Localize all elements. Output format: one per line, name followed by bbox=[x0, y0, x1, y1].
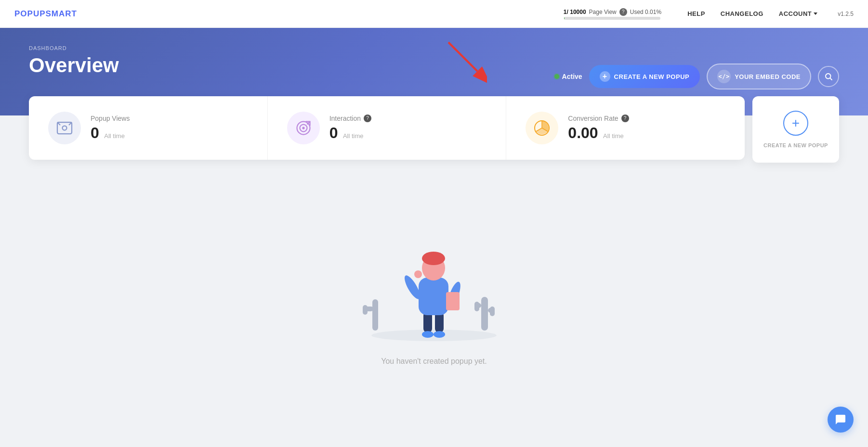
nav-account[interactable]: ACCOUNT bbox=[779, 10, 818, 17]
stat-conversion-rate: Conversion Rate ? 0.00 All time bbox=[506, 96, 745, 160]
nav-help[interactable]: HELP bbox=[687, 10, 705, 17]
empty-state: You haven't created popup yet. bbox=[29, 174, 839, 385]
page-view-label: 1/ 10000 Page View ? Used 0.01% bbox=[564, 8, 661, 16]
svg-rect-20 bbox=[481, 297, 488, 331]
chat-icon bbox=[835, 414, 846, 425]
interaction-value-row: 0 All time bbox=[329, 124, 371, 142]
stats-row-wrapper: Popup Views 0 All time bbox=[29, 96, 745, 174]
stat-popup-views: Popup Views 0 All time bbox=[29, 96, 268, 160]
conversion-info: Conversion Rate ? 0.00 All time bbox=[568, 115, 629, 142]
popup-views-value-row: 0 All time bbox=[91, 124, 130, 142]
active-status: Active bbox=[554, 73, 582, 80]
popup-views-icon-bg bbox=[48, 112, 81, 144]
create-card-label: CREATE A NEW POPUP bbox=[763, 142, 828, 148]
create-card-plus-button[interactable]: + bbox=[783, 111, 808, 136]
logo: POPUPSMART bbox=[14, 9, 77, 19]
main-content: Popup Views 0 All time bbox=[0, 96, 868, 404]
create-button-label: CREATE A NEW POPUP bbox=[614, 73, 690, 80]
embed-code-button[interactable]: </> YOUR EMBED CODE bbox=[707, 64, 811, 89]
popup-views-title: Popup Views bbox=[91, 115, 130, 122]
svg-point-35 bbox=[414, 270, 422, 278]
chat-button[interactable] bbox=[828, 407, 854, 433]
svg-point-5 bbox=[63, 126, 67, 130]
hero-actions: Active + CREATE A NEW POPUP </> YOUR EMB… bbox=[554, 64, 839, 89]
interaction-period: All time bbox=[343, 132, 364, 140]
nav-changelog[interactable]: CHANGELOG bbox=[721, 10, 763, 17]
eye-icon bbox=[56, 119, 73, 137]
svg-point-2 bbox=[826, 74, 831, 79]
search-icon bbox=[824, 72, 833, 81]
interaction-value: 0 bbox=[329, 124, 338, 141]
svg-rect-22 bbox=[474, 302, 479, 311]
conversion-title: Conversion Rate ? bbox=[568, 115, 629, 122]
search-button[interactable] bbox=[818, 66, 839, 87]
embed-code-icon: </> bbox=[717, 70, 731, 83]
svg-rect-32 bbox=[446, 292, 460, 310]
embed-button-label: YOUR EMBED CODE bbox=[735, 73, 801, 80]
interaction-info: Interaction ? 0 All time bbox=[329, 115, 371, 142]
popup-views-info: Popup Views 0 All time bbox=[91, 115, 130, 142]
used-percent: Used 0.01% bbox=[630, 9, 661, 15]
pie-icon bbox=[533, 119, 551, 137]
conversion-icon-bg bbox=[526, 112, 558, 144]
svg-point-34 bbox=[422, 252, 445, 265]
create-new-popup-button[interactable]: + CREATE A NEW POPUP bbox=[589, 65, 700, 88]
account-dropdown-arrow bbox=[814, 13, 817, 15]
svg-rect-19 bbox=[363, 305, 368, 315]
interaction-title: Interaction ? bbox=[329, 115, 371, 122]
svg-line-3 bbox=[830, 78, 832, 80]
version-badge: v1.2.5 bbox=[838, 11, 854, 17]
active-label: Active bbox=[562, 73, 582, 80]
page-view-count: 1/ 10000 bbox=[564, 9, 586, 15]
conversion-help-icon[interactable]: ? bbox=[621, 115, 629, 122]
nav-center: 1/ 10000 Page View ? Used 0.01% HELP CHA… bbox=[564, 8, 854, 20]
create-plus-icon: + bbox=[600, 71, 610, 82]
svg-rect-29 bbox=[419, 278, 448, 315]
svg-point-27 bbox=[422, 331, 434, 338]
progress-bar bbox=[564, 17, 660, 20]
breadcrumb: DASHBOARD bbox=[29, 45, 839, 51]
pageview-help-icon[interactable]: ? bbox=[619, 8, 627, 16]
active-dot bbox=[554, 74, 559, 79]
empty-illustration bbox=[342, 193, 526, 347]
svg-point-10 bbox=[302, 128, 304, 129]
empty-text: You haven't created popup yet. bbox=[381, 357, 487, 366]
conversion-period: All time bbox=[603, 132, 624, 140]
stat-interaction: Interaction ? 0 All time bbox=[268, 96, 507, 160]
svg-rect-24 bbox=[490, 307, 495, 316]
svg-point-28 bbox=[434, 331, 445, 338]
target-icon bbox=[295, 119, 312, 137]
conversion-value: 0.00 bbox=[568, 124, 598, 141]
nav-links: HELP CHANGELOG ACCOUNT v1.2.5 bbox=[687, 10, 854, 17]
stats-create-row: Popup Views 0 All time bbox=[29, 96, 839, 174]
interaction-icon-bg bbox=[287, 112, 320, 144]
conversion-value-row: 0.00 All time bbox=[568, 124, 629, 142]
interaction-help-icon[interactable]: ? bbox=[364, 115, 371, 122]
create-new-popup-card[interactable]: + CREATE A NEW POPUP bbox=[752, 96, 839, 163]
page-view-text: Page View bbox=[589, 9, 617, 15]
svg-rect-17 bbox=[372, 299, 378, 331]
popup-views-period: All time bbox=[104, 132, 125, 140]
popup-views-value: 0 bbox=[91, 124, 99, 141]
page-view-container: 1/ 10000 Page View ? Used 0.01% bbox=[564, 8, 661, 20]
topnav: POPUPSMART 1/ 10000 Page View ? Used 0.0… bbox=[0, 0, 868, 28]
stats-row: Popup Views 0 All time bbox=[29, 96, 745, 160]
